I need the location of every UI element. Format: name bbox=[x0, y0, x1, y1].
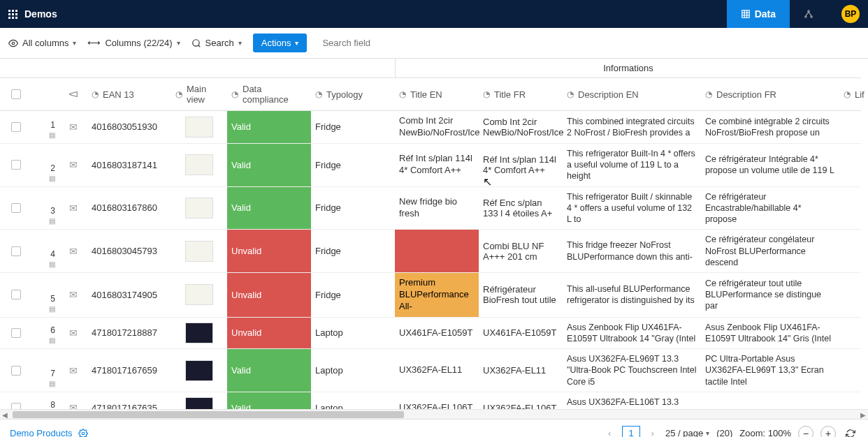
cell-compliance[interactable]: Valid bbox=[227, 187, 311, 230]
cell-title-fr[interactable]: UX362FA-EL11 bbox=[479, 349, 563, 392]
cell-ean[interactable]: 4718017167635 bbox=[87, 392, 171, 409]
cell-desc-fr[interactable]: Ce réfrigérateur Intégrable 4* propose u… bbox=[701, 144, 839, 187]
col-typology[interactable]: ◔Typology bbox=[311, 78, 395, 111]
cell-title-en[interactable] bbox=[395, 230, 479, 273]
cell-main-view[interactable] bbox=[171, 144, 227, 187]
cell-title-en[interactable]: UX461FA-E1059T bbox=[395, 318, 479, 350]
scroll-left-arrow[interactable]: ◀ bbox=[0, 410, 10, 420]
cell-desc-en[interactable]: This refrigerator Built-In 4 * offers a … bbox=[563, 144, 701, 187]
cell-compliance[interactable]: Valid bbox=[227, 349, 311, 392]
col-main-view[interactable]: ◔Main view bbox=[171, 78, 227, 111]
cell-title-fr[interactable]: UX461FA-E1059T bbox=[479, 318, 563, 350]
col-checkbox-header[interactable] bbox=[0, 78, 31, 111]
cell-main-view[interactable] bbox=[171, 230, 227, 273]
col-title-en[interactable]: ◔Title EN bbox=[395, 78, 479, 111]
row-envelope[interactable]: ✉ bbox=[59, 349, 87, 392]
row-checkbox[interactable] bbox=[0, 273, 31, 318]
table-scroll-area[interactable]: ↖ Informations ◔EAN 13 ◔Main view ◔Data … bbox=[0, 59, 868, 409]
cell-typology[interactable]: Fridge bbox=[311, 273, 395, 318]
cell-desc-fr[interactable]: PC Ultra-Portable Asus UX362FA-EL969T 13… bbox=[701, 349, 839, 392]
zoom-in-button[interactable]: + bbox=[820, 426, 836, 438]
cell-ean[interactable]: 4718017167659 bbox=[87, 349, 171, 392]
cell-lif[interactable] bbox=[839, 318, 861, 350]
cell-title-en[interactable]: UX362FA-EL11 bbox=[395, 349, 479, 392]
columns-dropdown[interactable]: ⟷ Columns (22/24) ▾ bbox=[87, 38, 180, 48]
cell-title-en[interactable]: New fridge bio fresh bbox=[395, 187, 479, 230]
actions-button[interactable]: Actions ▾ bbox=[253, 34, 308, 52]
cell-lif[interactable] bbox=[839, 187, 861, 230]
tab-data[interactable]: Data bbox=[727, 0, 790, 28]
cell-ean[interactable]: 4016803051930 bbox=[87, 111, 171, 144]
cell-lif[interactable] bbox=[839, 349, 861, 392]
row-checkbox[interactable] bbox=[0, 349, 31, 392]
cell-main-view[interactable] bbox=[171, 273, 227, 318]
row-checkbox[interactable] bbox=[0, 187, 31, 230]
gear-icon[interactable] bbox=[78, 429, 88, 438]
tab-model[interactable] bbox=[790, 0, 827, 28]
cell-main-view[interactable] bbox=[171, 111, 227, 144]
cell-title-fr[interactable]: UX362FA-EL106T bbox=[479, 392, 563, 409]
cell-typology[interactable]: Laptop bbox=[311, 349, 395, 392]
row-checkbox[interactable] bbox=[0, 318, 31, 350]
cell-main-view[interactable] bbox=[171, 318, 227, 350]
row-checkbox[interactable] bbox=[0, 144, 31, 187]
scrollbar-thumb[interactable] bbox=[13, 411, 404, 418]
cell-desc-en[interactable]: This fridge freezer NoFrost BLUPerforman… bbox=[563, 230, 701, 273]
cell-typology[interactable]: Laptop bbox=[311, 318, 395, 350]
cell-desc-fr[interactable]: Asus Zenbook Flip UX461FA-E1059T Ultrabo… bbox=[701, 318, 839, 350]
cell-main-view[interactable] bbox=[171, 187, 227, 230]
horizontal-scrollbar[interactable]: ◀ ▶ bbox=[0, 409, 868, 419]
cell-lif[interactable] bbox=[839, 230, 861, 273]
search-dropdown[interactable]: Search ▾ bbox=[191, 38, 242, 48]
cell-typology[interactable]: Fridge bbox=[311, 230, 395, 273]
page-next[interactable]: › bbox=[647, 427, 658, 437]
cell-compliance[interactable]: Unvalid bbox=[227, 230, 311, 273]
cell-ean[interactable]: 4016803187141 bbox=[87, 144, 171, 187]
cell-compliance[interactable]: Unvalid bbox=[227, 318, 311, 350]
cell-typology[interactable]: Laptop bbox=[311, 392, 395, 409]
cell-desc-en[interactable]: This refrigerator Built / skinnable 4 * … bbox=[563, 187, 701, 230]
cell-desc-fr[interactable]: Ce réfrigérateur congélateur NoFrost BLU… bbox=[701, 230, 839, 273]
cell-lif[interactable] bbox=[839, 144, 861, 187]
cell-title-fr[interactable]: Réf Enc s/plan 133 l 4 étoiles A+ bbox=[479, 187, 563, 230]
row-envelope[interactable]: ✉ bbox=[59, 273, 87, 318]
cell-ean[interactable]: 4718017218887 bbox=[87, 318, 171, 350]
cell-compliance[interactable]: Valid bbox=[227, 392, 311, 409]
cell-main-view[interactable] bbox=[171, 392, 227, 409]
row-envelope[interactable]: ✉ bbox=[59, 230, 87, 273]
cell-title-fr[interactable]: Combi BLU NF A+++ 201 cm bbox=[479, 230, 563, 273]
cell-ean[interactable]: 4016803167860 bbox=[87, 187, 171, 230]
cell-typology[interactable]: Fridge bbox=[311, 144, 395, 187]
scroll-right-arrow[interactable]: ▶ bbox=[858, 410, 868, 420]
cell-desc-en[interactable]: Asus Zenbook Flip UX461FA-E1059T Ultrabo… bbox=[563, 318, 701, 350]
cell-title-en[interactable]: Comb Int 2cir NewBio/NoFrost/Ice bbox=[395, 111, 479, 144]
cell-title-fr[interactable]: Réfrigérateur BioFresh tout utile bbox=[479, 273, 563, 318]
cell-desc-fr[interactable]: Ce réfrigérateur Encastrable/habillable … bbox=[701, 187, 839, 230]
cell-compliance[interactable]: Valid bbox=[227, 144, 311, 187]
cell-typology[interactable]: Fridge bbox=[311, 111, 395, 144]
cell-desc-fr[interactable]: Ce combiné intégrable 2 circuits NoFrost… bbox=[701, 111, 839, 144]
footer-breadcrumb[interactable]: Demo Products bbox=[10, 428, 88, 437]
cell-main-view[interactable] bbox=[171, 349, 227, 392]
cell-title-en[interactable]: Premium BLUPerformance All- bbox=[395, 273, 479, 318]
col-ean[interactable]: ◔EAN 13 bbox=[87, 78, 171, 111]
apps-menu-icon[interactable] bbox=[8, 10, 17, 19]
row-checkbox[interactable] bbox=[0, 392, 31, 409]
col-desc-en[interactable]: ◔Description EN bbox=[563, 78, 701, 111]
cell-desc-en[interactable]: This all-useful BLUPerformance refrigera… bbox=[563, 273, 701, 318]
col-desc-fr[interactable]: ◔Description FR bbox=[701, 78, 839, 111]
cell-desc-en[interactable]: Asus UX362FA-EL106T 13.3 "Ultra-Book PC … bbox=[563, 392, 701, 409]
cell-compliance[interactable]: Valid bbox=[227, 111, 311, 144]
refresh-button[interactable] bbox=[843, 426, 858, 438]
col-data-compliance[interactable]: ◔Data compliance bbox=[227, 78, 311, 111]
user-avatar[interactable]: BP bbox=[841, 5, 860, 23]
col-lif[interactable]: ◔Lif bbox=[839, 78, 861, 111]
cell-ean[interactable]: 4016803045793 bbox=[87, 230, 171, 273]
page-prev[interactable]: ‹ bbox=[604, 427, 615, 437]
cell-lif[interactable] bbox=[839, 111, 861, 144]
row-envelope[interactable]: ✉ bbox=[59, 111, 87, 144]
cell-lif[interactable] bbox=[839, 392, 861, 409]
cell-compliance[interactable]: Unvalid bbox=[227, 273, 311, 318]
cell-desc-fr[interactable]: Ce réfrigérateur tout utile BLUPerforman… bbox=[701, 273, 839, 318]
cell-title-en[interactable]: Réf Int s/plan 114l 4* Comfort A++ bbox=[395, 144, 479, 187]
